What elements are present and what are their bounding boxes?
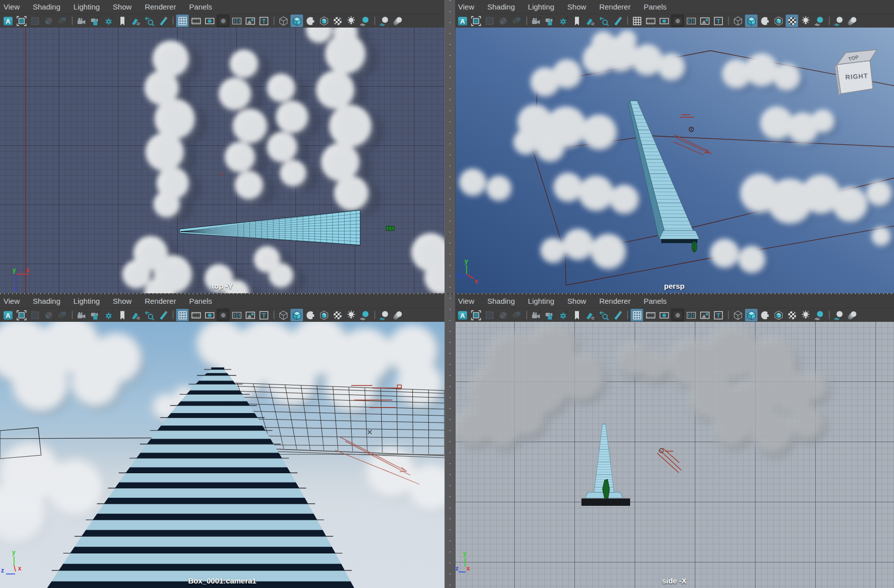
use-all-lights-icon[interactable] [345, 309, 357, 321]
zoom-pan-tool-icon[interactable] [143, 309, 156, 321]
select-camera-icon[interactable] [15, 15, 28, 27]
motion-blur-icon[interactable] [846, 15, 858, 27]
wireframe-mode-icon[interactable] [731, 309, 744, 321]
grid-toggle-icon[interactable] [631, 15, 643, 27]
pan-tool-icon[interactable] [129, 15, 142, 27]
camera-attributes-icon[interactable] [557, 309, 569, 321]
a-display-icon[interactable]: A [456, 15, 469, 27]
menu-shading[interactable]: Shading [487, 297, 515, 305]
menu-shading[interactable]: Shading [33, 3, 60, 11]
xray-mode-icon[interactable] [772, 309, 785, 321]
xray-mode-icon[interactable] [318, 15, 330, 27]
menu-shading[interactable]: Shading [487, 3, 515, 11]
menu-view[interactable]: View [458, 297, 474, 305]
pan-tool-icon[interactable] [584, 309, 597, 321]
menu-view[interactable]: View [4, 3, 20, 11]
image-plane-icon[interactable] [244, 15, 256, 27]
ambient-occlusion-icon[interactable] [378, 309, 390, 321]
gate-mask-icon[interactable] [671, 309, 684, 321]
color-ball-icon[interactable] [497, 309, 509, 321]
flat-shade-mode-icon[interactable] [759, 309, 771, 321]
camera-lock-icon[interactable] [89, 15, 101, 27]
gate-mask-icon[interactable] [217, 15, 229, 27]
camera-view-prev-icon[interactable] [530, 15, 542, 27]
smooth-shade-mode-icon[interactable] [290, 309, 303, 321]
zoom-pan-tool-icon[interactable] [598, 15, 610, 27]
menu-lighting[interactable]: Lighting [528, 3, 554, 11]
camera-view-prev-icon[interactable] [530, 309, 542, 321]
bookmark-icon[interactable] [116, 15, 128, 27]
menu-view[interactable]: View [458, 3, 474, 11]
gate-mask-icon[interactable] [217, 309, 229, 321]
menu-panels[interactable]: Panels [644, 3, 667, 11]
menu-renderer[interactable]: Renderer [144, 3, 176, 11]
shadows-toggle-icon[interactable] [813, 15, 825, 27]
menu-lighting[interactable]: Lighting [73, 297, 100, 305]
menu-show[interactable]: Show [113, 297, 132, 305]
pan-tool-icon[interactable] [129, 309, 142, 321]
use-all-lights-icon[interactable] [799, 309, 812, 321]
dashed-frame-icon[interactable] [483, 15, 496, 27]
viewport-canvas-side[interactable]: y x z side -X [455, 322, 894, 588]
image-plane-icon[interactable] [698, 15, 711, 27]
wireframe-mode-icon[interactable] [277, 15, 289, 27]
field-chart-icon[interactable] [230, 309, 243, 321]
zoom-pan-tool-icon[interactable] [143, 15, 156, 27]
camera-lock-icon[interactable] [89, 309, 101, 321]
ambient-occlusion-icon[interactable] [832, 309, 845, 321]
smooth-shade-mode-icon[interactable] [290, 15, 303, 27]
motion-blur-icon[interactable] [391, 15, 404, 27]
camera-attributes-icon[interactable] [102, 309, 115, 321]
a-display-icon[interactable]: A [2, 15, 14, 27]
ambient-occlusion-icon[interactable] [832, 15, 845, 27]
resolution-gate-icon[interactable] [203, 309, 216, 321]
resolution-gate-icon[interactable] [658, 309, 670, 321]
textured-mode-icon[interactable] [786, 15, 798, 27]
textured-mode-icon[interactable] [331, 309, 344, 321]
menu-show[interactable]: Show [113, 3, 132, 11]
image-stack-icon[interactable] [56, 309, 68, 321]
menu-renderer[interactable]: Renderer [599, 3, 631, 11]
bookmark-icon[interactable] [570, 309, 583, 321]
bookmark-icon[interactable] [116, 309, 128, 321]
menu-show[interactable]: Show [567, 3, 586, 11]
image-plane-icon[interactable] [698, 309, 711, 321]
camera-view-prev-icon[interactable] [75, 15, 88, 27]
film-gate-icon[interactable] [644, 309, 657, 321]
xray-mode-icon[interactable] [772, 15, 785, 27]
wireframe-mode-icon[interactable] [277, 309, 289, 321]
menu-panels[interactable]: Panels [189, 3, 212, 11]
flat-shade-mode-icon[interactable] [304, 309, 317, 321]
grid-toggle-icon[interactable] [176, 309, 189, 321]
character-top-view[interactable] [386, 226, 394, 231]
film-gate-icon[interactable] [190, 309, 202, 321]
hud-toggle-icon[interactable]: T [257, 15, 270, 27]
shadows-toggle-icon[interactable] [358, 309, 371, 321]
resolution-gate-icon[interactable] [203, 15, 216, 27]
grease-pencil-icon[interactable] [611, 15, 624, 27]
field-chart-icon[interactable] [230, 15, 243, 27]
menu-panels[interactable]: Panels [644, 297, 667, 305]
camera-attributes-icon[interactable] [102, 15, 115, 27]
hud-toggle-icon[interactable]: T [712, 309, 724, 321]
pan-tool-icon[interactable] [584, 15, 597, 27]
select-camera-icon[interactable] [15, 309, 28, 321]
motion-blur-icon[interactable] [391, 309, 404, 321]
camera-lock-icon[interactable] [543, 15, 556, 27]
character-persp-view[interactable] [692, 241, 697, 252]
menu-view[interactable]: View [4, 297, 20, 305]
dashed-frame-icon[interactable] [483, 309, 496, 321]
hud-toggle-icon[interactable]: T [712, 15, 724, 27]
menu-renderer[interactable]: Renderer [599, 297, 631, 305]
viewport-canvas-camera[interactable]: y x z Box_0001:camera1 [0, 322, 444, 588]
field-chart-icon[interactable] [685, 15, 697, 27]
hud-toggle-icon[interactable]: T [257, 309, 270, 321]
xray-mode-icon[interactable] [318, 309, 330, 321]
motion-blur-icon[interactable] [846, 309, 858, 321]
wireframe-mode-icon[interactable] [731, 15, 744, 27]
zoom-pan-tool-icon[interactable] [598, 309, 610, 321]
a-display-icon[interactable]: A [456, 309, 469, 321]
shadows-toggle-icon[interactable] [358, 15, 371, 27]
use-all-lights-icon[interactable] [345, 15, 357, 27]
menu-lighting[interactable]: Lighting [73, 3, 100, 11]
